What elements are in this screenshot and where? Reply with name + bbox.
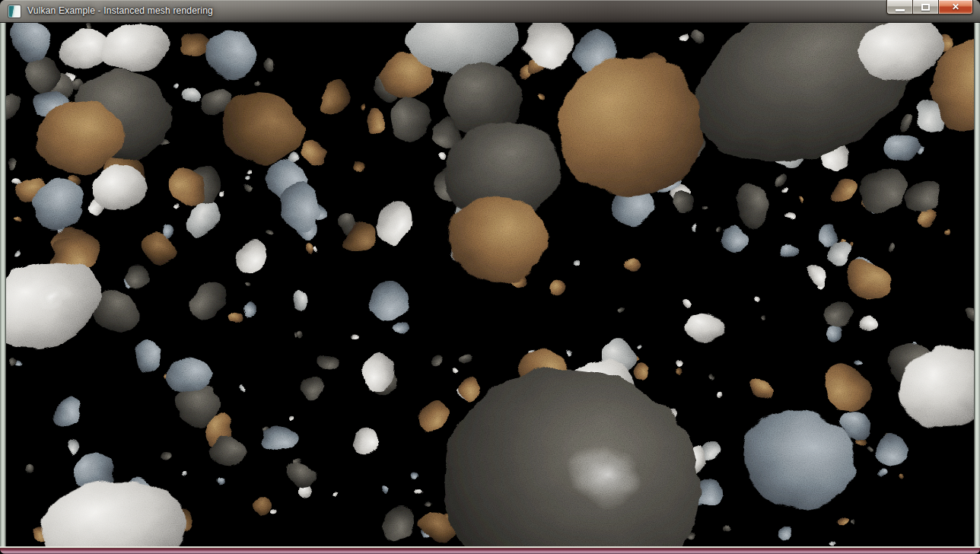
app-icon[interactable] [8, 5, 21, 18]
noise-texture-overlay [6, 23, 974, 546]
asteroid-scene [6, 23, 974, 546]
titlebar[interactable]: Vulkan Example - Instanced mesh renderin… [0, 0, 980, 23]
maximize-icon [921, 4, 930, 11]
minimize-icon [896, 9, 905, 11]
maximize-button[interactable] [912, 0, 938, 14]
render-viewport[interactable] [6, 23, 974, 546]
close-button[interactable]: ✕ [938, 0, 973, 14]
minimize-button[interactable] [886, 0, 912, 14]
window-border-left [0, 23, 6, 546]
window-border-bottom [0, 546, 980, 554]
window-border-right [974, 23, 980, 546]
window-controls: ✕ [886, 0, 973, 14]
window-title: Vulkan Example - Instanced mesh renderin… [27, 0, 213, 23]
close-icon: ✕ [952, 1, 959, 14]
app-window: Vulkan Example - Instanced mesh renderin… [0, 0, 980, 554]
